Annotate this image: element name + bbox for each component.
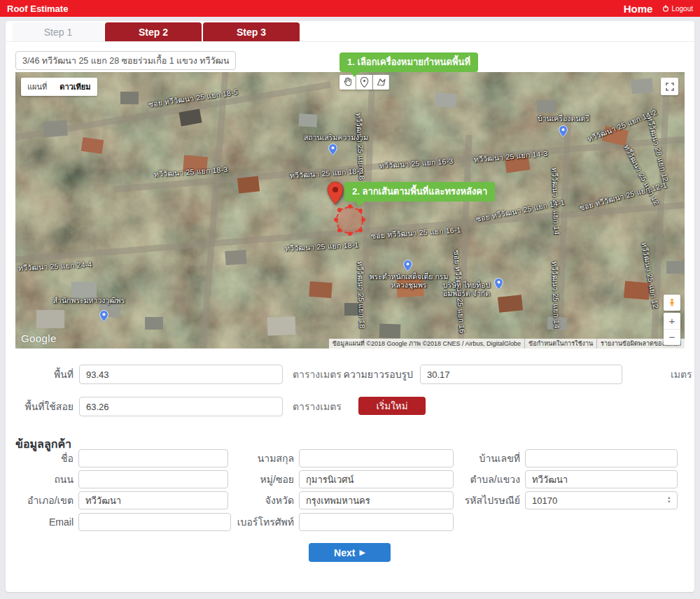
street-label: ทวีวัฒนา 25 แยก 18 — [354, 261, 368, 328]
attribution-text: ข้อมูลแผนที่ ©2018 Google ภาพ ©2018 CNES… — [329, 339, 524, 348]
perimeter-label: ความยาวรอบรูป — [307, 365, 413, 384]
first-name-label: ชื่อ — [6, 449, 74, 467]
spinner-down-icon[interactable]: ▾ — [668, 500, 671, 504]
poi-label: บริษัท ไทยท็อป อิมพอร์ต จำกัด — [430, 281, 503, 297]
marker-icon — [360, 77, 369, 87]
maptype-satellite-button[interactable]: ดาวเทียม — [53, 78, 97, 96]
terms-link[interactable]: ข้อกำหนดในการใช้งาน — [524, 339, 596, 348]
app-header: Roof Estimate Home Logout — [0, 0, 700, 17]
usable-area-input[interactable] — [79, 397, 283, 416]
power-icon — [662, 5, 669, 12]
house-no-label: บ้านเลขที่ — [426, 449, 520, 467]
next-button-label: Next — [334, 547, 355, 558]
hint-select-marker-text: 1. เลือกเครื่องหมายกำหนดพื้นที่ — [347, 57, 470, 67]
home-link[interactable]: Home — [624, 3, 653, 15]
phone-label: เบอร์โทรศัพท์ — [202, 513, 294, 531]
perimeter-unit: เมตร — [671, 365, 692, 384]
street-label: ทวีวัฒนา 25 แยก 14 — [549, 261, 563, 328]
hint-select-marker: 1. เลือกเครื่องหมายกำหนดพื้นที่ — [340, 52, 478, 72]
zoom-control: + − — [664, 313, 680, 345]
address-search-input[interactable] — [15, 51, 236, 70]
marker-tool-button[interactable] — [356, 75, 372, 90]
province-label: จังหวัด — [202, 491, 294, 509]
maptype-map-button[interactable]: แผนที่ — [21, 78, 53, 96]
drawing-toolbar — [340, 75, 389, 90]
fullscreen-button[interactable] — [661, 78, 678, 95]
poi-label: บ้านเครื่องดนตรี — [525, 114, 602, 122]
tab-step-2[interactable]: Step 2 — [105, 22, 202, 41]
map-marker-pin[interactable] — [326, 181, 344, 205]
house-no-input[interactable] — [525, 449, 678, 467]
last-name-label: นามสกุล — [202, 449, 294, 467]
zoom-in-button[interactable]: + — [664, 313, 680, 329]
logout-link[interactable]: Logout — [662, 5, 693, 13]
tab-step-1-label: Step 1 — [44, 27, 72, 38]
subdistrict-input[interactable] — [525, 470, 678, 488]
next-arrow-icon: ▶ — [359, 548, 365, 557]
road-label: ถนน — [6, 470, 74, 488]
poi-marker-icon — [403, 260, 412, 272]
google-logo: Google — [21, 332, 57, 344]
poi-marker-icon — [494, 278, 503, 290]
poi-marker-icon — [99, 310, 108, 322]
main-card: Step 1 Step 2 Step 3 1. เลือกเครื่องหมาย… — [6, 21, 694, 592]
soi-label: หมู่/ซอย — [202, 470, 294, 488]
pan-tool-button[interactable] — [340, 75, 356, 90]
map-attribution: ข้อมูลแผนที่ ©2018 Google ภาพ ©2018 CNES… — [329, 339, 685, 348]
fullscreen-icon — [665, 82, 675, 92]
tab-step-1[interactable]: Step 1 — [13, 22, 104, 41]
usable-area-unit: ตารางเมตร — [293, 397, 342, 416]
poi-label: สถานเสริมความงาม — [290, 133, 382, 141]
tab-step-3-label: Step 3 — [237, 27, 266, 38]
tab-step-2-label: Step 2 — [139, 27, 168, 38]
restart-button[interactable]: เริ่มใหม่ — [358, 397, 426, 415]
tab-divider — [6, 41, 694, 42]
district-label: อำเภอ/เขต — [6, 491, 74, 509]
area-label: พื้นที่ — [6, 365, 74, 384]
poi-label: สำนักพระมหาวงวุฒิพร — [43, 296, 134, 304]
polygon-tool-button[interactable] — [373, 75, 389, 90]
postcode-label: รหัสไปรษณีย์ — [426, 491, 520, 509]
map-canvas[interactable]: ซอย ทวีวัฒนา 25 แยก 18-5 ทวีวัฒนา 25 แยก… — [15, 72, 685, 348]
app-title: Roof Estimate — [7, 3, 68, 14]
area-input[interactable] — [79, 365, 283, 384]
zoom-out-button[interactable]: − — [664, 330, 680, 346]
logout-label: Logout — [671, 5, 693, 13]
poi-marker-icon — [559, 125, 568, 137]
maptype-control: แผนที่ ดาวเทียม — [21, 78, 97, 96]
next-button[interactable]: Next ▶ — [309, 543, 391, 562]
perimeter-input[interactable] — [420, 365, 622, 384]
subdistrict-label: ตำบล/แขวง — [426, 470, 520, 488]
postcode-spinner[interactable]: ▴ ▾ — [668, 495, 671, 504]
pegman-icon — [667, 296, 677, 309]
roof-selection-polygon[interactable] — [332, 204, 371, 239]
polygon-icon — [376, 77, 386, 87]
tab-step-3[interactable]: Step 3 — [203, 22, 300, 41]
postcode-input[interactable] — [525, 491, 678, 509]
hand-icon — [342, 77, 353, 87]
phone-input[interactable] — [299, 513, 454, 531]
poi-marker-icon — [328, 143, 337, 155]
hint-drag-outline-text: 2. ลากเส้นตามพื้นที่และทรงหลังคา — [352, 186, 487, 197]
hint-drag-outline: 2. ลากเส้นตามพื้นที่และทรงหลังคา — [344, 182, 495, 202]
usable-area-label: พื้นที่ใช้สอย — [6, 397, 74, 416]
email-label: Email — [6, 513, 74, 531]
pegman-button[interactable] — [664, 295, 680, 311]
